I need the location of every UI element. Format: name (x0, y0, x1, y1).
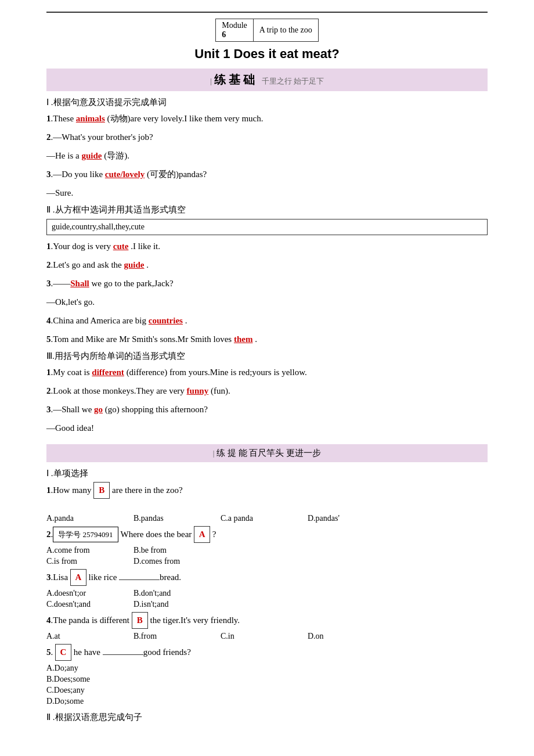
mc-q5: 5. C he have good friends? (46, 644, 488, 661)
mc-answer-5: C (55, 644, 71, 661)
section1-main-title: 练 基 础 (214, 73, 255, 86)
top-border (46, 12, 488, 13)
answer-different: different (92, 368, 124, 377)
part2-q5: 5.Tom and Mike are Mr Smith's sons.Mr Sm… (46, 332, 488, 347)
answer-guide2: guide (124, 260, 145, 269)
mc-q5-options-row1: A.Do;any (46, 664, 488, 673)
option-5d: D.Do;some (46, 697, 116, 706)
option-1b: B.pandas (134, 514, 203, 523)
option-3b: B.don't;and (134, 589, 203, 598)
part1-label: Ⅰ .根据句意及汉语提示完成单词 (46, 97, 488, 108)
option-5a: A.Do;any (46, 664, 116, 673)
mc-q4-options: A.at B.from C.in D.on (46, 632, 488, 641)
mc-q3-options-row1: A.doesn't;or B.don't;and (46, 589, 488, 598)
answer-countries: countries (149, 316, 183, 325)
option-3c: C.doesn't;and (46, 600, 116, 609)
part3-q2: 2.Look at those monkeys.They are very fu… (46, 383, 488, 399)
part1-q2b: —He is a guide (导游). (46, 148, 488, 164)
part3-label: Ⅲ.用括号内所给单词的适当形式填空 (46, 351, 488, 362)
blank-3 (119, 579, 160, 580)
part2-q4: 4.China and America are big countries . (46, 313, 488, 329)
part1-q3b: —Sure. (46, 185, 488, 201)
mc-answer-3: A (70, 569, 86, 586)
option-4c: C.in (221, 632, 290, 641)
option-1a: A.panda (46, 514, 116, 523)
option-2a: A.come from (46, 546, 116, 555)
answer-cute: cute (113, 242, 129, 251)
module-table: Module 6 A trip to the zoo (215, 19, 319, 42)
answer-shall: Shall (70, 279, 89, 288)
answer-go: go (94, 405, 103, 414)
section2-header: | 练 提 能 百尺竿头 更进一步 (46, 444, 488, 462)
mc-q5-options-row2: B.Does;some (46, 675, 488, 684)
option-2b: B.be from (134, 546, 203, 555)
answer-them: them (234, 334, 253, 344)
mc-q1-options: A.panda B.pandas C.a panda D.pandas' (46, 514, 488, 523)
mc-q2: 2.导学号 25794091Where does the bear A ? (46, 526, 488, 543)
unit-title: Unit 1 Does it eat meat? (46, 46, 488, 62)
part1-q1: 1.These animals (动物)are very lovely.I li… (46, 111, 488, 127)
option-3a: A.doesn't;or (46, 589, 116, 598)
option-5c: C.Does;any (46, 686, 116, 695)
option-5b: B.Does;some (46, 675, 116, 684)
guide-box: 导学号 25794091 (53, 527, 118, 542)
mc-q5-options-row4: D.Do;some (46, 697, 488, 706)
mc-answer-2: A (194, 526, 210, 543)
part1-q3a: 3.—Do you like cute/lovely (可爱的)pandas? (46, 167, 488, 182)
part2-q3b: —Ok,let's go. (46, 294, 488, 310)
module-label: Module 6 (216, 19, 254, 42)
part2-label: Ⅱ .从方框中选词并用其适当形式填空 (46, 204, 488, 215)
answer-animals: animals (76, 114, 105, 123)
answer-guide: guide (81, 151, 102, 160)
part3-q3b: —Good idea! (46, 420, 488, 436)
mc-q5-options-row3: C.Does;any (46, 686, 488, 695)
mc-q2-options-row1: A.come from B.be from (46, 546, 488, 555)
option-4a: A.at (46, 632, 116, 641)
part3-q1: 1.My coat is different (difference) from… (46, 365, 488, 380)
option-2d: D.comes from (134, 557, 203, 566)
option-4d: D.on (308, 632, 377, 641)
option-3d: D.isn't;and (134, 600, 203, 609)
blank-5 (103, 654, 143, 655)
part3-q3a: 3.—Shall we go (go) shopping this aftern… (46, 402, 488, 417)
part5-label: Ⅱ .根据汉语意思完成句子 (46, 712, 488, 723)
answer-funny: funny (187, 386, 209, 395)
mc-q3: 3.Lisa A like rice bread. (46, 569, 488, 586)
option-1d: D.pandas' (308, 514, 377, 523)
part2-q3a: 3.——Shall we go to the park,Jack? (46, 276, 488, 291)
part2-q2: 2.Let's go and ask the guide . (46, 257, 488, 273)
option-1c: C.a panda (221, 514, 290, 523)
section1-sub-title: 千里之行 始于足下 (262, 77, 324, 85)
section1-header: | 练 基 础 千里之行 始于足下 (46, 69, 488, 91)
option-4b: B.from (134, 632, 203, 641)
word-bank: guide,country,shall,they,cute (46, 219, 488, 235)
mc-answer-4: B (132, 612, 148, 629)
mc-answer-1: B (93, 482, 110, 499)
option-2c: C.is from (46, 557, 116, 566)
answer-cute-lovely: cute/lovely (105, 170, 145, 179)
mc-q3-options-row2: C.doesn't;and D.isn't;and (46, 600, 488, 609)
mc-q4: 4.The panda is different B the tiger.It'… (46, 612, 488, 629)
section2-sub-title: 百尺竿头 更进一步 (249, 448, 321, 458)
mc-q1-blank (46, 502, 488, 512)
part2-q1: 1.Your dog is very cute .I like it. (46, 239, 488, 254)
part1-q2a: 2.—What's your brother's job? (46, 129, 488, 145)
mc-q2-options-row2: C.is from D.comes from (46, 557, 488, 566)
section2-main-title: 练 提 能 (217, 448, 247, 458)
module-title: A trip to the zoo (253, 19, 318, 42)
mc-q1: 1.How many B are there in the zoo? (46, 482, 488, 499)
part4-label: Ⅰ .单项选择 (46, 468, 488, 479)
